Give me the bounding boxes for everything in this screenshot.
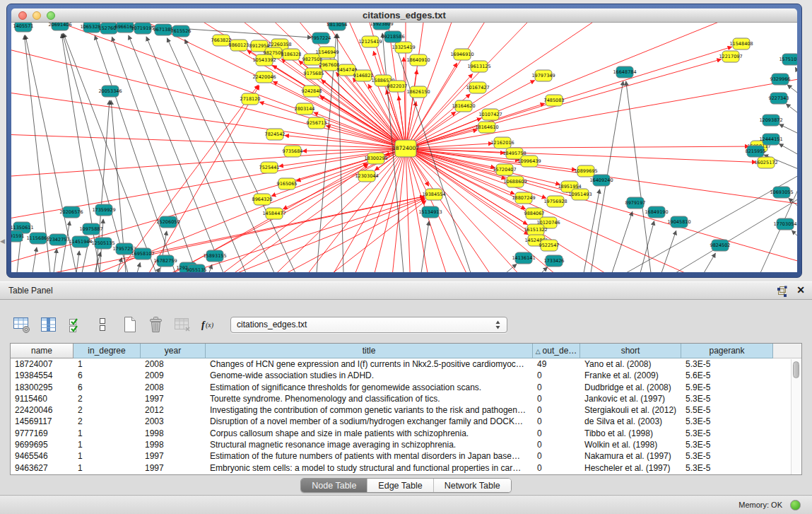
graph-edge[interactable] <box>54 249 57 272</box>
graph-edge[interactable] <box>541 267 548 272</box>
table-row[interactable]: 1938455462009Genome-wide association stu… <box>11 370 801 381</box>
graph-edge[interactable] <box>406 23 768 148</box>
graph-edge[interactable] <box>786 104 797 115</box>
network-window-titlebar[interactable]: citations_edges.txt <box>11 8 797 23</box>
table-cell: 1 <box>73 428 141 439</box>
table-row[interactable]: 1830029562008Estimation of significance … <box>11 382 801 393</box>
delete-table-button-disabled[interactable] <box>172 315 193 334</box>
memory-status-icon[interactable] <box>790 500 801 510</box>
graph-node-label: 7957224 <box>311 35 331 41</box>
table-tabbar: Node TableEdge TableNetwork Table <box>0 478 812 493</box>
column-header-short[interactable]: short <box>580 344 681 358</box>
graph-edge[interactable] <box>188 197 425 272</box>
graph-node-label: 9175685 <box>304 71 324 76</box>
table-row[interactable]: 1872400712008Changes of HCN gene express… <box>11 358 801 370</box>
zoom-window-button[interactable] <box>47 11 55 20</box>
graph-edge[interactable] <box>287 199 425 272</box>
graph-edge[interactable] <box>406 63 457 148</box>
table-row[interactable]: 977716911998Corpus callosum shape and si… <box>11 428 801 439</box>
graph-edge[interactable] <box>795 67 797 76</box>
table-row[interactable]: 1456911722003Disruption of a novel membe… <box>11 416 801 427</box>
close-panel-button[interactable]: ✕ <box>796 284 805 296</box>
graph-edge[interactable] <box>640 221 654 272</box>
show-columns-button[interactable] <box>38 315 59 334</box>
graph-edge[interactable] <box>506 264 517 272</box>
graph-edge[interactable] <box>676 198 797 272</box>
graph-edge[interactable] <box>406 148 734 272</box>
graph-edge[interactable] <box>626 81 651 272</box>
graph-node-label: 10107427 <box>478 112 502 117</box>
network-canvas[interactable]: 7663822886012389129541226035898275098186… <box>11 23 797 272</box>
table-select[interactable]: citations_edges.txt <box>230 317 507 333</box>
graph-edge[interactable] <box>129 35 223 272</box>
table-row[interactable]: 946362711997Embryonic stem cells: a mode… <box>11 462 801 474</box>
graph-edge[interactable] <box>406 146 749 148</box>
column-header-out_de[interactable]: △out_de… <box>533 344 580 358</box>
column-header-pagerank[interactable]: pagerank <box>681 344 773 358</box>
graph-edge[interactable] <box>787 85 797 95</box>
table-row[interactable]: 911546021997Tourette syndrome. Phenomeno… <box>11 393 801 404</box>
network-window: citations_edges.txt 76638228860123891295… <box>6 4 802 278</box>
collapse-panel-arrow-icon[interactable]: ◀ <box>0 238 5 245</box>
graph-edge[interactable] <box>117 85 259 272</box>
float-panel-button[interactable] <box>777 286 788 297</box>
table-row[interactable]: 969969511998Structural magnetic resonanc… <box>11 439 801 450</box>
graph-edge[interactable] <box>421 221 429 272</box>
graph-edge[interactable] <box>33 247 37 272</box>
graph-edge[interactable] <box>137 262 140 272</box>
graph-edge[interactable] <box>223 164 368 272</box>
row-height-button[interactable] <box>92 315 112 334</box>
graph-edge[interactable] <box>779 144 797 156</box>
graph-edge[interactable] <box>62 34 128 272</box>
network-graph[interactable]: 7663822886012389129541226035898275098186… <box>11 23 797 272</box>
graph-edge[interactable] <box>373 51 406 148</box>
graph-node-label: 12505135 <box>91 240 114 246</box>
function-icon: f (x) <box>200 317 220 332</box>
close-window-button[interactable] <box>18 11 27 20</box>
table-cell: 2009 <box>141 370 206 381</box>
graph-edge[interactable] <box>406 70 417 148</box>
graph-node-label: 7485083 <box>544 98 565 103</box>
graph-edge[interactable] <box>704 253 715 272</box>
table-cell: Yano et al. (2008) <box>580 358 681 370</box>
graph-edge[interactable] <box>259 102 406 148</box>
column-header-name[interactable]: name <box>11 344 73 358</box>
graph-edge[interactable] <box>61 221 70 272</box>
table-cell: 2012 <box>141 404 206 416</box>
table-mode-button[interactable] <box>11 315 32 334</box>
graph-node-label: 8454749 <box>337 67 358 73</box>
table-cell: 9777169 <box>11 428 73 439</box>
graph-node-label: 10719195 <box>131 25 154 31</box>
delete-columns-button[interactable] <box>146 315 166 334</box>
table-cell: 9699695 <box>11 439 73 450</box>
graph-node-label: 12093872 <box>759 117 782 123</box>
select-columns-button[interactable] <box>65 315 86 334</box>
column-header-year[interactable]: year <box>141 344 206 358</box>
create-column-button[interactable] <box>119 315 139 334</box>
graph-node-label: 18164620 <box>452 103 475 109</box>
tab-edge-table[interactable]: Edge Table <box>367 479 433 492</box>
column-header-title[interactable]: title <box>206 344 533 358</box>
table-row[interactable]: 2242004622012Investigating the contribut… <box>11 404 801 416</box>
graph-edge[interactable] <box>396 45 471 272</box>
graph-edge[interactable] <box>112 37 196 272</box>
table-cell: 2008 <box>141 382 206 393</box>
table-panel: Table Panel ✕ <box>0 281 812 495</box>
delete-table-icon <box>173 316 192 334</box>
tab-network-table[interactable]: Network Table <box>433 479 511 492</box>
function-builder-button[interactable]: f (x) <box>199 315 220 334</box>
graph-edge[interactable] <box>333 201 426 272</box>
table-vertical-scrollbar[interactable] <box>791 359 801 474</box>
graph-node-label: 12444151 <box>759 136 782 142</box>
column-header-in_degree[interactable]: in_degree <box>73 344 141 358</box>
graph-edge[interactable] <box>295 148 406 272</box>
tab-node-table[interactable]: Node Table <box>301 479 367 492</box>
graph-edge[interactable] <box>76 251 79 272</box>
graph-edge[interactable] <box>792 230 797 238</box>
graph-edge[interactable] <box>156 268 160 272</box>
table-row[interactable]: 946554611997Estimation of the future num… <box>11 450 801 462</box>
scrollbar-thumb[interactable] <box>793 361 799 378</box>
graph-edge[interactable] <box>95 35 175 272</box>
minimize-window-button[interactable] <box>33 11 41 20</box>
graph-edge[interactable] <box>779 124 797 134</box>
